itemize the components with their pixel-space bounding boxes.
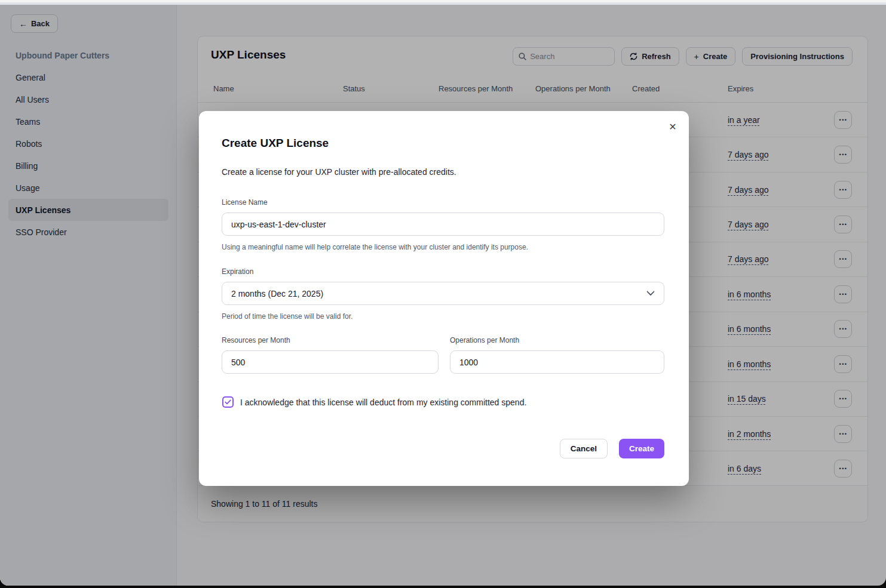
app-window: ← Back Upbound Paper Cutters GeneralAll … <box>0 2 886 586</box>
expiration-label: Expiration <box>222 267 253 276</box>
expiration-helper: Period of time the license will be valid… <box>222 312 352 321</box>
license-name-field[interactable] <box>222 213 664 236</box>
modal-create-button[interactable]: Create <box>619 439 664 458</box>
modal-actions: Cancel Create <box>560 439 664 458</box>
operations-per-month-label: Operations per Month <box>450 336 519 344</box>
modal-title: Create UXP License <box>222 137 329 150</box>
acknowledge-row: I acknowledge that this license will ded… <box>222 396 526 408</box>
license-name-label: License Name <box>222 198 268 207</box>
cancel-button[interactable]: Cancel <box>560 439 608 458</box>
create-uxp-license-modal: ✕ Create UXP License Create a license fo… <box>199 111 689 486</box>
chevron-down-icon <box>646 291 655 296</box>
window-top-chrome <box>0 0 886 2</box>
modal-description: Create a license for your UXP cluster wi… <box>222 167 456 177</box>
expiration-select[interactable]: 2 months (Dec 21, 2025) <box>222 282 664 305</box>
acknowledge-label: I acknowledge that this license will ded… <box>240 398 526 407</box>
check-icon <box>225 399 231 405</box>
operations-per-month-field[interactable] <box>450 350 664 374</box>
resources-per-month-field[interactable] <box>222 350 439 374</box>
license-name-helper: Using a meaningful name will help correl… <box>222 243 528 251</box>
close-icon[interactable]: ✕ <box>664 118 681 135</box>
resources-per-month-label: Resources per Month <box>222 336 290 344</box>
expiration-value: 2 months (Dec 21, 2025) <box>231 289 323 298</box>
acknowledge-checkbox[interactable] <box>222 396 234 408</box>
